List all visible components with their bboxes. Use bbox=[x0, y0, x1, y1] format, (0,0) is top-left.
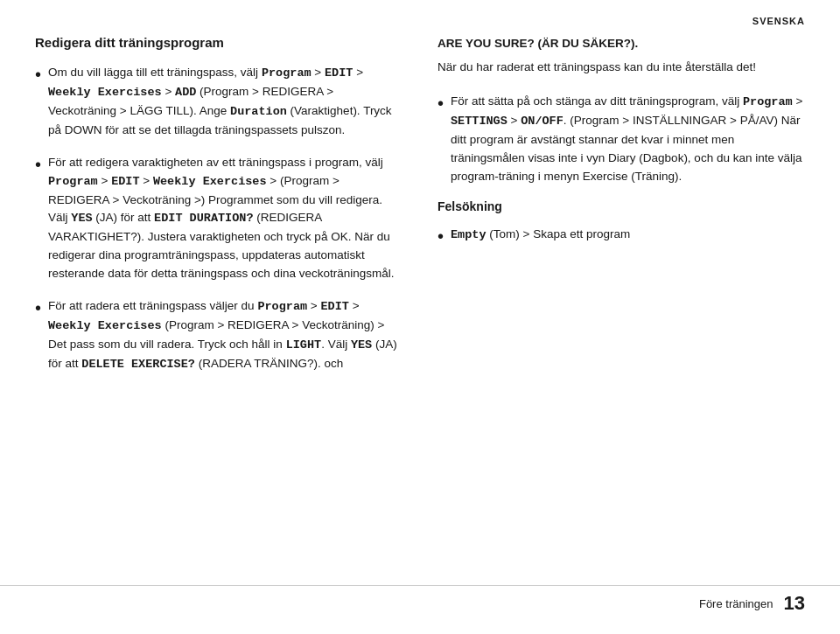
page-container: SVENSKA Redigera ditt träningsprogram • … bbox=[0, 0, 840, 634]
menu-program-r: Program bbox=[743, 95, 793, 108]
menu-weekly-2: Weekly Exercises bbox=[153, 175, 267, 188]
footer: Före träningen 13 bbox=[699, 592, 805, 615]
bullet-icon: • bbox=[438, 227, 444, 245]
footer-page-number: 13 bbox=[784, 592, 805, 615]
menu-add: ADD bbox=[175, 86, 196, 99]
left-bullet-list: • Om du vill lägga till ett träningspass… bbox=[35, 64, 402, 374]
list-item: • Om du vill lägga till ett träningspass… bbox=[35, 64, 402, 140]
troubleshoot-list: • Empty (Tom) > Skapa ett program bbox=[438, 226, 805, 245]
left-heading: Redigera ditt träningsprogram bbox=[35, 35, 402, 50]
right-column: ARE YOU SURE? (ÄR DU SÄKER?). När du har… bbox=[438, 35, 805, 388]
bullet-text-3: För att radera ett träningspass väljer d… bbox=[48, 297, 402, 374]
menu-edit: EDIT bbox=[325, 66, 353, 80]
menu-empty: Empty bbox=[451, 228, 486, 241]
menu-edit-2: EDIT bbox=[111, 175, 139, 188]
bullet-text-2: För att redigera varaktigheten av ett tr… bbox=[48, 154, 402, 283]
language-label: SVENSKA bbox=[752, 16, 805, 26]
menu-light: LIGHT bbox=[286, 338, 322, 352]
sure-block: ARE YOU SURE? (ÄR DU SÄKER?). När du har… bbox=[438, 35, 805, 77]
sure-text: När du har raderat ett träningspass kan … bbox=[438, 59, 805, 77]
sure-heading: ARE YOU SURE? (ÄR DU SÄKER?). bbox=[438, 35, 805, 53]
menu-onoff: ON/OFF bbox=[521, 115, 564, 128]
menu-weekly-3: Weekly Exercises bbox=[48, 319, 162, 332]
menu-delete: DELETE EXERCISE? bbox=[81, 358, 195, 371]
menu-settings: SETTINGS bbox=[451, 115, 508, 128]
menu-edit-3: EDIT bbox=[321, 300, 349, 313]
bullet-text-1: Om du vill lägga till ett träningspass, … bbox=[48, 64, 402, 140]
menu-yes-2: YES bbox=[351, 338, 372, 352]
bullet-icon: • bbox=[35, 66, 41, 83]
bullet-icon: • bbox=[35, 156, 41, 173]
footer-text: Före träningen bbox=[699, 597, 774, 610]
right-bullet-list: • För att sätta på och stänga av ditt tr… bbox=[438, 93, 805, 186]
list-item: • För att radera ett träningspass väljer… bbox=[35, 297, 402, 374]
menu-program-3: Program bbox=[257, 300, 307, 313]
right-bullet-text-1: För att sätta på och stänga av ditt trän… bbox=[451, 93, 805, 186]
list-item: • Empty (Tom) > Skapa ett program bbox=[438, 226, 805, 245]
troubleshoot-bullet-1: Empty (Tom) > Skapa ett program bbox=[451, 226, 805, 245]
left-column: Redigera ditt träningsprogram • Om du vi… bbox=[35, 35, 402, 388]
list-item: • För att sätta på och stänga av ditt tr… bbox=[438, 93, 805, 186]
bullet-icon: • bbox=[438, 94, 444, 112]
troubleshoot-heading: Felsökning bbox=[438, 199, 805, 213]
list-item: • För att redigera varaktigheten av ett … bbox=[35, 154, 402, 283]
menu-program: Program bbox=[262, 66, 312, 80]
bullet-icon: • bbox=[35, 299, 41, 317]
footer-divider bbox=[0, 585, 840, 586]
menu-duration: Duration bbox=[230, 105, 287, 118]
menu-edit-duration: EDIT DURATION? bbox=[154, 212, 253, 225]
menu-weekly: Weekly Exercises bbox=[48, 86, 162, 99]
menu-program-2: Program bbox=[48, 175, 98, 188]
menu-yes: YES bbox=[71, 212, 92, 225]
columns-layout: Redigera ditt träningsprogram • Om du vi… bbox=[35, 35, 805, 388]
